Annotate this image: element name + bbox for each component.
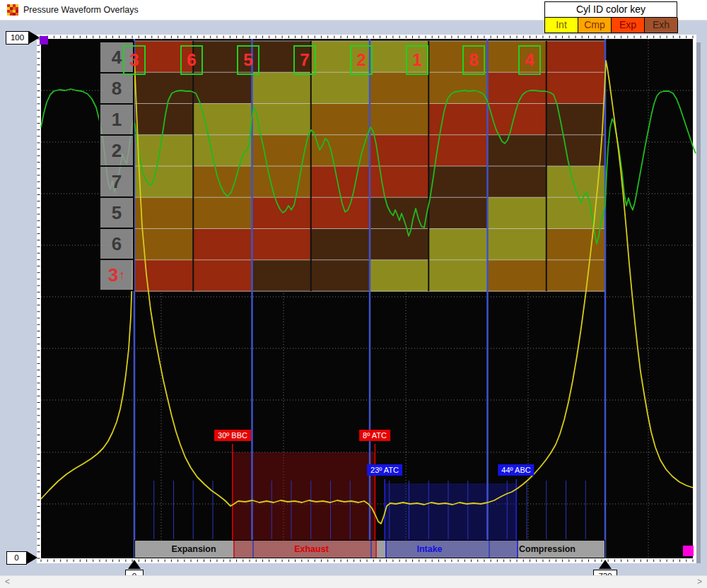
key-cell-compression[interactable]: Cmp xyxy=(578,18,612,33)
color-key-title: Cyl ID color key xyxy=(544,1,677,18)
valve-event-label-ebo: 30º BBC xyxy=(214,430,251,441)
valve-event-label-ivo: 23º ATC xyxy=(367,464,402,476)
firing-order-box: 8 xyxy=(462,45,485,75)
cylinder-order-column: 4 8 1 2 7 5 6 3 ↑ xyxy=(99,41,134,291)
app-icon xyxy=(7,4,18,16)
stroke-label-compression: Compression xyxy=(489,541,606,558)
firing-order-box: 3 xyxy=(123,45,146,75)
firing-order-box: 4 xyxy=(518,45,541,75)
y-axis-min-pointer-icon[interactable] xyxy=(27,551,37,564)
cylinder-row-label[interactable]: 7 xyxy=(100,167,133,198)
stroke-phase-band: Expansion Exhaust Intake Compression xyxy=(134,540,605,558)
cylinder-row-label[interactable]: 6 xyxy=(100,229,133,260)
stroke-label-intake: Intake xyxy=(370,541,489,558)
firing-order-box: 2 xyxy=(350,45,373,75)
x-axis-end-pointer-icon[interactable] xyxy=(599,560,612,569)
firing-order-box: 1 xyxy=(406,45,428,75)
cylinder-row-label[interactable]: 5 xyxy=(100,198,133,229)
cylinder-row-label[interactable]: 8 xyxy=(100,74,133,105)
cylinder-row-label[interactable]: 2 xyxy=(100,136,133,167)
up-arrow-icon: ↑ xyxy=(119,268,125,283)
y-axis-min-handle[interactable]: 0 xyxy=(6,551,27,565)
pane-title: Pressure Waveform Overlays xyxy=(23,5,139,15)
scroll-right-icon[interactable]: > xyxy=(697,577,702,587)
stroke-label-exhaust: Exhaust xyxy=(252,541,370,558)
firing-order-box: 7 xyxy=(293,45,316,75)
valve-event-label-ebc: 8º ATC xyxy=(359,430,390,441)
key-cell-intake[interactable]: Int xyxy=(544,18,578,33)
horizontal-scrollbar[interactable]: < > xyxy=(0,575,707,588)
firing-order-box: 6 xyxy=(180,45,203,75)
key-cell-exhaust[interactable]: Exh xyxy=(644,18,678,33)
cylinder-row-label-selected[interactable]: 3 ↑ xyxy=(100,260,133,290)
cyl-id-color-key: Cyl ID color key Int Cmp Exp Exh xyxy=(544,1,677,33)
y-axis-max-handle[interactable]: 100 xyxy=(6,31,29,45)
firing-order-box: 5 xyxy=(237,45,259,75)
stroke-label-expansion: Expansion xyxy=(135,541,252,558)
key-cell-expansion[interactable]: Exp xyxy=(611,18,645,33)
cylinder-row-label[interactable]: 1 xyxy=(100,105,133,136)
x-axis-start-pointer-icon[interactable] xyxy=(128,560,141,569)
y-axis-max-pointer-icon[interactable] xyxy=(29,31,40,44)
valve-event-label-ivc: 44º ABC xyxy=(498,464,534,476)
scroll-left-icon[interactable]: < xyxy=(5,577,10,587)
